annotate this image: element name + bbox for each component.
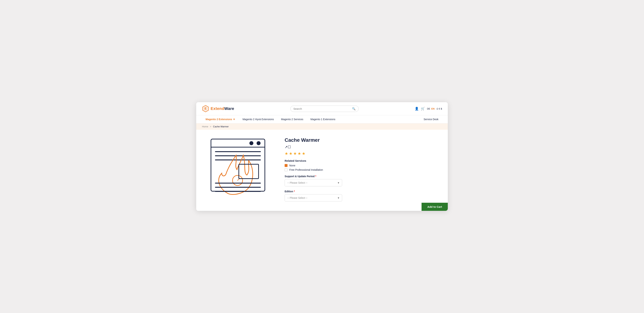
star-2: ★ xyxy=(289,151,292,156)
cart-icon[interactable]: 🛒 xyxy=(421,107,425,111)
product-rating: ★ ★ ★ ★ ★ xyxy=(284,151,442,156)
logo-icon: E xyxy=(202,105,209,112)
main-nav: Magento 2 Extensions ▼ Magento 2 Hyvä Ex… xyxy=(196,115,448,123)
breadcrumb: Home > Cache Warmer xyxy=(196,123,448,130)
service-installation-row: Free Professsional Installation xyxy=(284,168,442,171)
product-image-area xyxy=(202,135,278,205)
currency-gbp[interactable]: £ xyxy=(437,107,438,110)
service-installation-label: Free Professsional Installation xyxy=(289,168,323,171)
add-to-cart-button[interactable]: Add to Cart xyxy=(422,203,448,211)
product-image xyxy=(206,137,274,198)
breadcrumb-separator: > xyxy=(210,125,211,128)
support-period-select-wrapper: -- Please Select -- ▼ xyxy=(284,179,342,186)
related-services-label: Related Services xyxy=(284,159,442,162)
product-title: Cache Warmer xyxy=(284,137,442,143)
chevron-down-icon: ▼ xyxy=(233,118,236,121)
service-none-row: None xyxy=(284,164,442,167)
lang-en[interactable]: EN xyxy=(431,107,434,110)
service-installation-checkbox[interactable] xyxy=(284,168,288,171)
nav-item-magento1-extensions[interactable]: Magento 1 Extensions xyxy=(307,115,339,123)
star-3: ★ xyxy=(293,151,297,156)
star-1: ★ xyxy=(284,151,288,156)
svg-text:E: E xyxy=(205,107,207,110)
service-none-label: None xyxy=(289,164,295,167)
star-5: ★ xyxy=(302,151,306,156)
search-input-wrapper: 🔍 xyxy=(290,106,359,112)
nav-item-magento2-services[interactable]: Magento 2 Services xyxy=(278,115,307,123)
search-bar: 🔍 xyxy=(238,106,410,112)
lang-de[interactable]: DE xyxy=(427,107,430,110)
user-icon[interactable]: 👤 xyxy=(415,107,419,111)
svg-point-6 xyxy=(256,141,260,145)
header-actions: 👤 🛒 DE EN £ € $ xyxy=(415,107,442,111)
edition-required-star: * xyxy=(294,190,295,193)
nav-item-magento2-extensions[interactable]: Magento 2 Extensions ▼ xyxy=(202,115,239,123)
related-services-section: Related Services None Free Professsional… xyxy=(284,159,442,171)
edition-field: Edition * -- Please Select -- ▼ xyxy=(284,190,442,201)
breadcrumb-current: Cache Warmer xyxy=(213,125,229,128)
nav-item-service-desk[interactable]: Service Desk xyxy=(420,115,442,123)
breadcrumb-home[interactable]: Home xyxy=(202,125,208,128)
star-4: ★ xyxy=(298,151,301,156)
currency-switcher: £ € $ xyxy=(437,107,442,110)
main-content: Cache Warmer ↗☐ ★ ★ ★ ★ ★ Related Servic… xyxy=(196,130,448,211)
currency-usd[interactable]: $ xyxy=(441,107,442,110)
header: E ExtendWare 🔍 👤 🛒 DE EN £ € $ xyxy=(196,102,448,115)
logo[interactable]: E ExtendWare xyxy=(202,105,234,112)
currency-eur[interactable]: € xyxy=(439,107,440,110)
support-period-select[interactable]: -- Please Select -- xyxy=(284,179,342,186)
share-icon[interactable]: ↗☐ xyxy=(284,145,291,149)
edition-label: Edition * xyxy=(284,190,442,193)
svg-point-5 xyxy=(250,141,253,145)
product-details: Cache Warmer ↗☐ ★ ★ ★ ★ ★ Related Servic… xyxy=(284,135,442,205)
nav-item-hyva-extensions[interactable]: Magento 2 Hyvä Extensions xyxy=(239,115,278,123)
search-icon: 🔍 xyxy=(352,107,356,110)
support-period-field: Support & Update Period * -- Please Sele… xyxy=(284,175,442,186)
language-switcher: DE EN xyxy=(427,107,434,110)
edition-select-wrapper: -- Please Select -- ▼ xyxy=(284,194,342,201)
service-none-checkbox[interactable] xyxy=(284,164,288,167)
support-required-star: * xyxy=(315,175,316,178)
logo-text: ExtendWare xyxy=(210,106,234,111)
support-period-label: Support & Update Period * xyxy=(284,175,442,178)
edition-select[interactable]: -- Please Select -- xyxy=(284,194,342,201)
search-input[interactable] xyxy=(294,107,351,110)
